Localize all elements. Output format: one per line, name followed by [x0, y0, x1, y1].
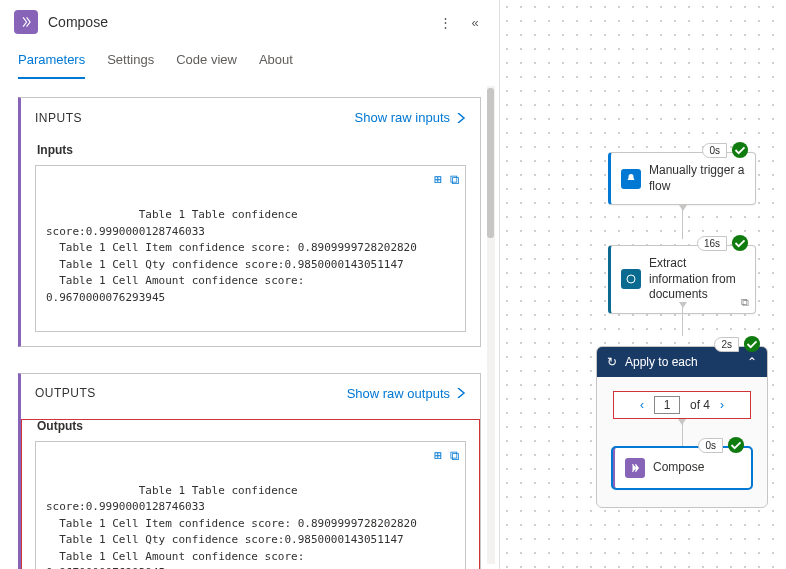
- pane-header: Compose ⋮ «: [0, 0, 499, 44]
- scrollbar-thumb[interactable]: [487, 88, 494, 238]
- duration-badge: 2s: [714, 337, 739, 352]
- details-pane: Compose ⋮ « Parameters Settings Code vie…: [0, 0, 500, 569]
- success-icon: [727, 436, 745, 454]
- trigger-icon: [621, 169, 641, 189]
- show-raw-inputs-label: Show raw inputs: [355, 110, 450, 125]
- link-icon: ⧉: [741, 296, 749, 309]
- chevron-right-icon: [456, 388, 466, 398]
- connector: [682, 419, 683, 447]
- outputs-title: OUTPUTS: [35, 386, 347, 400]
- node-apply-to-each[interactable]: 2s ↻ Apply to each ⌃ ‹ of 4 ›: [596, 346, 768, 508]
- ai-icon: [621, 269, 641, 289]
- tab-parameters[interactable]: Parameters: [18, 44, 85, 79]
- pager-total: of 4: [690, 398, 710, 412]
- success-icon: [731, 234, 749, 252]
- copy-icon[interactable]: ⧉: [450, 170, 459, 190]
- outputs-sublabel: Outputs: [37, 419, 466, 433]
- grid-view-icon[interactable]: ⊞: [434, 170, 442, 190]
- inputs-data: ⊞ ⧉ Table 1 Table confidence score:0.999…: [35, 165, 466, 332]
- duration-badge: 0s: [702, 143, 727, 158]
- connector: [682, 205, 683, 239]
- svg-point-4: [728, 437, 744, 453]
- pager-prev-icon[interactable]: ‹: [640, 398, 644, 412]
- show-raw-outputs-link[interactable]: Show raw outputs: [347, 386, 466, 401]
- grid-view-icon[interactable]: ⊞: [434, 446, 442, 466]
- inputs-title: INPUTS: [35, 111, 355, 125]
- success-icon: [743, 335, 761, 353]
- tab-settings[interactable]: Settings: [107, 44, 154, 79]
- collapse-pane-icon[interactable]: «: [465, 15, 485, 30]
- compose-icon: [625, 458, 645, 478]
- outputs-text: Table 1 Table confidence score:0.9990000…: [46, 484, 417, 570]
- pager-next-icon[interactable]: ›: [720, 398, 724, 412]
- pager-current-input[interactable]: [654, 396, 680, 414]
- loop-icon: ↻: [607, 355, 617, 369]
- node-trigger[interactable]: 0s Manually trigger a flow: [608, 152, 756, 205]
- scroll-area[interactable]: INPUTS Show raw inputs Inputs ⊞ ⧉ Table …: [0, 79, 499, 569]
- pane-title: Compose: [48, 14, 425, 30]
- duration-badge: 16s: [697, 236, 727, 251]
- tab-code-view[interactable]: Code view: [176, 44, 237, 79]
- show-raw-inputs-link[interactable]: Show raw inputs: [355, 110, 466, 125]
- tabs: Parameters Settings Code view About: [0, 44, 499, 79]
- success-icon: [731, 141, 749, 159]
- chevron-right-icon: [456, 113, 466, 123]
- node-label: Compose: [653, 460, 741, 476]
- svg-point-0: [732, 142, 748, 158]
- outputs-data: ⊞ ⧉ Table 1 Table confidence score:0.999…: [35, 441, 466, 570]
- node-label: Extract information from documents: [649, 256, 745, 303]
- apply-label: Apply to each: [625, 355, 698, 369]
- outputs-card: OUTPUTS Show raw outputs Outputs ⊞ ⧉ Tab…: [18, 373, 481, 570]
- tab-about[interactable]: About: [259, 44, 293, 79]
- compose-icon: [14, 10, 38, 34]
- svg-point-1: [732, 235, 748, 251]
- duration-badge: 0s: [698, 438, 723, 453]
- more-icon[interactable]: ⋮: [435, 15, 455, 30]
- inputs-sublabel: Inputs: [37, 143, 466, 157]
- node-label: Manually trigger a flow: [649, 163, 745, 194]
- svg-point-2: [627, 275, 635, 283]
- inputs-card: INPUTS Show raw inputs Inputs ⊞ ⧉ Table …: [18, 97, 481, 347]
- iteration-pager: ‹ of 4 ›: [613, 391, 751, 419]
- inputs-text: Table 1 Table confidence score:0.9990000…: [46, 208, 417, 304]
- copy-icon[interactable]: ⧉: [450, 446, 459, 466]
- svg-point-3: [744, 336, 760, 352]
- node-compose[interactable]: 0s Compose: [612, 447, 752, 489]
- connector: [682, 302, 683, 336]
- flow-canvas[interactable]: 0s Manually trigger a flow 16s Extract i…: [500, 0, 786, 569]
- show-raw-outputs-label: Show raw outputs: [347, 386, 450, 401]
- chevron-up-icon[interactable]: ⌃: [747, 355, 757, 369]
